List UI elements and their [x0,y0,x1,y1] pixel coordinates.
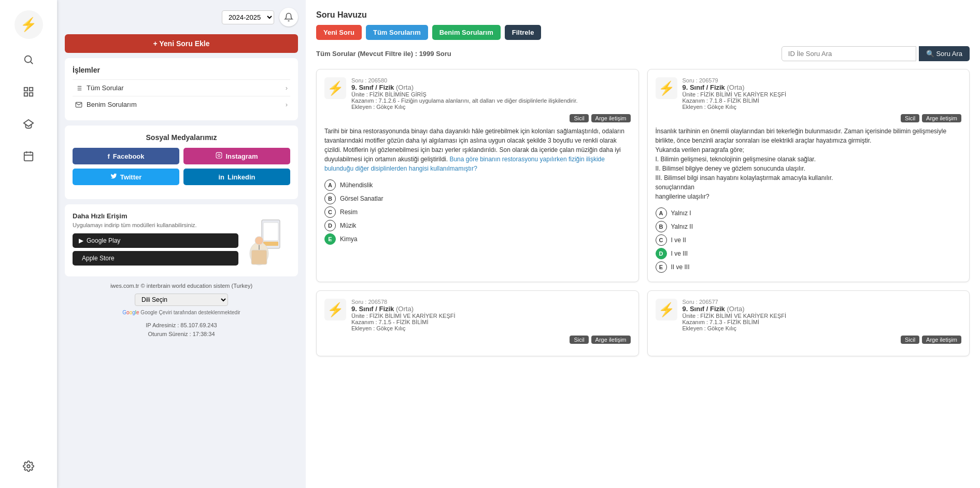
q-header-3: ⚡ Soru : 206577 9. Sınıf / Fizik (Orta) … [656,299,962,331]
q-logo-1: ⚡ [656,77,677,99]
option-text-C-1: I ve II [671,236,686,244]
q-kazanim-2: Kazanım : 7.1.5 - FİZİK BİLİMİ [351,319,631,325]
notification-bell-btn[interactable] [279,8,298,26]
badge-arge-2[interactable]: Arge iletişim [591,336,631,344]
option-letter-D-0: D [324,220,336,231]
option-text-E-0: Kimya [340,235,357,243]
hizli-erisim-card: Daha Hızlı Erişim Uygulamayı indirip tüm… [65,204,298,276]
hizli-desc: Uygulamayı indirip tüm modülleri kullana… [73,222,238,228]
linkedin-btn[interactable]: in Linkedin [183,169,290,185]
copyright-text: iwes.com.tr © interbrain world education… [110,283,252,289]
option-text-A-1: Yalnız I [671,210,691,217]
badge-sicil-2[interactable]: Sicil [570,336,588,344]
filtrele-btn[interactable]: Filtrele [505,25,542,40]
svg-rect-5 [30,93,33,96]
settings-nav-btn[interactable] [17,455,40,478]
option-letter-B-1: B [656,221,667,232]
ip-info: IP Adresiniz : 85.107.69.243 Oturum Süre… [65,321,298,339]
q-body-1: İnsanlık tarihinin en önemli olaylarında… [656,127,962,201]
option-text-C-0: Resim [340,208,358,216]
questions-grid: ⚡ Soru : 206580 9. Sınıf / Fizik (Orta) … [316,69,970,356]
option-letter-B-0: B [324,193,336,204]
q-body-0: Tarihi bir bina restorasyonunda binayı d… [324,127,631,173]
benim-sorularim-label: Benim Sorularım [87,101,137,108]
q-grade-0: 9. Sınıf / Fizik (Orta) [351,83,631,91]
twitter-btn[interactable]: Twitter [73,169,179,185]
q-badges-2: Sicil Arge iletişim [324,336,631,344]
envelope-icon [75,101,82,108]
q-meta-1: Soru : 206579 9. Sınıf / Fizik (Orta) Ün… [683,77,962,110]
main-header: Soru Havuzu Yeni Soru Tüm Sorularım Beni… [316,10,970,61]
svg-rect-3 [30,88,33,91]
svg-point-0 [25,56,32,63]
svg-line-1 [31,62,33,64]
hizli-image [244,212,290,269]
twitter-label: Twitter [120,173,142,181]
language-select[interactable]: Dili SeçinTürkçeEnglish [135,294,228,306]
option-D-0: D Müzik [324,219,631,232]
q-header-1: ⚡ Soru : 206579 9. Sınıf / Fizik (Orta) … [656,77,962,110]
option-D-1: D I ve III [656,247,962,260]
session-time: Oturum Süreniz : 17:38:34 [65,330,298,339]
badge-arge-0[interactable]: Arge iletişim [591,114,631,122]
facebook-icon: f [107,152,109,160]
q-unite-1: Ünite : FİZİK BİLİMİ VE KARİYER KEŞFİ [683,91,962,97]
hizli-title: Daha Hızlı Erişim [73,212,238,220]
sosyal-title: Sosyal Medyalarımız [73,133,290,142]
badge-sicil-1[interactable]: Sicil [901,114,919,122]
apple-store-label: Apple Store [82,255,115,262]
facebook-btn[interactable]: f Facebook [73,148,179,164]
year-select[interactable]: 2024-20252023-20242022-2023 [222,10,274,24]
q-grade-2: 9. Sınıf / Fizik (Orta) [351,305,631,313]
footer-info: iwes.com.tr © interbrain world education… [65,282,298,339]
calendar-nav-btn[interactable] [17,145,40,168]
google-translate-text: Google Google Çeviri tarafından destekle… [65,309,298,317]
q-logo-2: ⚡ [324,299,346,320]
search-btn[interactable]: 🔍 Soru Ara [919,46,970,61]
badge-arge-1[interactable]: Arge iletişim [922,114,961,122]
q-meta-0: Soru : 206580 9. Sınıf / Fizik (Orta) Ün… [351,77,631,110]
q-options-0: A Mühendislik B Görsel Sanatlar C Resim … [324,178,631,246]
svg-rect-25 [251,250,267,264]
q-logo-icon-2: ⚡ [327,302,344,318]
option-text-E-1: II ve III [671,263,690,271]
q-options-1: A Yalnız I B Yalnız II C I ve II D I ve … [656,206,962,274]
graduation-nav-btn[interactable] [17,113,40,135]
sidebar-logo: ⚡ [15,10,43,39]
option-text-A-0: Mühendislik [340,182,373,189]
tum-sorularim-btn[interactable]: Tüm Sorularım [366,25,428,40]
twitter-icon [110,173,117,181]
svg-rect-2 [24,88,27,91]
islemler-card: İşlemler Tüm Sorular › Benim Sorularım › [65,58,298,120]
q-soru-id-0: Soru : 206580 [351,77,631,83]
search-nav-btn[interactable] [17,48,40,71]
badge-arge-3[interactable]: Arge iletişim [922,336,961,344]
instagram-btn[interactable]: Instagram [183,148,290,164]
yeni-soru-btn[interactable]: Yeni Soru [316,25,362,40]
option-text-B-0: Görsel Sanatlar [340,195,383,202]
tum-sorular-item[interactable]: Tüm Sorular › [73,79,290,96]
google-play-btn[interactable]: ▶ Google Play [73,233,238,248]
q-meta-2: Soru : 206578 9. Sınıf / Fizik (Orta) Ün… [351,299,631,331]
new-question-btn[interactable]: + Yeni Soru Ekle [65,34,298,53]
benim-sorularim-btn[interactable]: Benim Sorularım [432,25,501,40]
option-E-0: E Kimya [324,232,631,246]
q-logo-0: ⚡ [324,77,346,99]
svg-rect-17 [217,152,222,158]
option-C-0: C Resim [324,205,631,219]
q-grade-1: 9. Sınıf / Fizik (Orta) [683,83,962,91]
svg-point-24 [255,236,263,245]
q-logo-icon-0: ⚡ [327,80,344,96]
panel-topbar: 2024-20252023-20242022-2023 [65,8,298,29]
grid-nav-btn[interactable] [17,80,40,103]
badge-sicil-3[interactable]: Sicil [901,336,919,344]
q-header-0: ⚡ Soru : 206580 9. Sınıf / Fizik (Orta) … [324,77,631,110]
svg-rect-4 [24,93,27,96]
benim-sorularim-item[interactable]: Benim Sorularım › [73,96,290,113]
option-letter-E-0: E [324,233,336,245]
search-input[interactable] [782,46,916,61]
badge-sicil-0[interactable]: Sicil [570,114,588,122]
apple-store-btn[interactable]: Apple Store [73,251,238,266]
filter-bar: Tüm Sorular (Mevcut Filtre ile) : 1999 S… [316,46,970,61]
q-ekleyen-0: Ekleyen : Gökçe Kılıç [351,104,631,110]
